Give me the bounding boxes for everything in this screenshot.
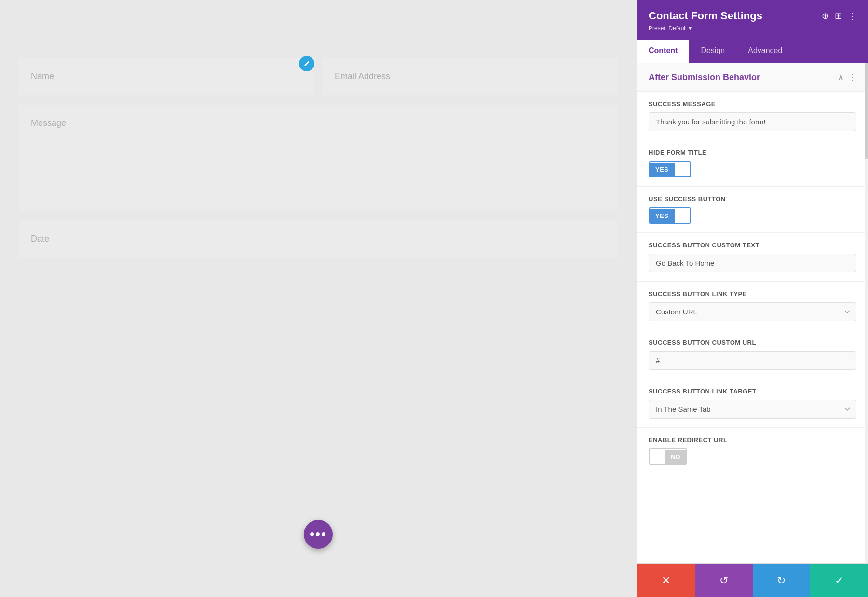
preset-label: Preset: Default: [649, 25, 687, 32]
save-icon: ✓: [835, 574, 843, 587]
toggle-yes-label: YES: [650, 163, 675, 176]
undo-button[interactable]: ↺: [695, 564, 753, 597]
save-button[interactable]: ✓: [810, 564, 868, 597]
email-field[interactable]: Email Address: [323, 58, 617, 95]
success-button-url-input[interactable]: [649, 351, 856, 370]
panel-content: After Submission Behavior ∧ ⋮ Success Me…: [637, 63, 868, 563]
success-button-url-group: Success Button Custom URL: [637, 330, 868, 379]
scrollbar-track: [865, 63, 868, 563]
canvas-area: Name Email Address Message Date •••: [0, 0, 637, 597]
message-field[interactable]: Message: [19, 105, 617, 211]
use-success-button-group: Use Success Button YES: [637, 187, 868, 233]
success-button-link-type-group: Success Button Link Type Custom URL Inte…: [637, 282, 868, 330]
more-icon[interactable]: ⋮: [848, 11, 856, 21]
hide-form-title-toggle[interactable]: YES: [649, 161, 691, 177]
panel-title: Contact Form Settings: [649, 10, 762, 22]
success-button-text-input[interactable]: [649, 254, 856, 272]
use-success-button-label: Use Success Button: [649, 195, 856, 203]
success-message-group: Success Message: [637, 92, 868, 140]
settings-panel: Contact Form Settings ⊕ ⊞ ⋮ Preset: Defa…: [637, 0, 868, 597]
edit-icon: [303, 60, 311, 68]
fab-dots: •••: [310, 528, 326, 541]
scrollbar-thumb[interactable]: [865, 63, 868, 159]
success-button-link-type-select[interactable]: Custom URL Internal Page Phone Number Em…: [649, 302, 856, 321]
form-row-2: Message: [19, 105, 617, 211]
edit-indicator[interactable]: [299, 56, 314, 71]
success-toggle-thumb: [675, 208, 690, 223]
redirect-toggle[interactable]: NO: [649, 448, 687, 465]
section-header: After Submission Behavior ∧ ⋮: [637, 63, 868, 92]
section-controls: ∧ ⋮: [838, 72, 856, 82]
panel-header-top: Contact Form Settings ⊕ ⊞ ⋮: [649, 10, 856, 22]
collapse-icon[interactable]: ∧: [838, 72, 844, 82]
use-success-button-toggle[interactable]: YES: [649, 207, 691, 224]
hide-form-title-label: Hide Form Title: [649, 149, 856, 156]
success-button-link-type-label: Success Button Link Type: [649, 290, 856, 298]
form-row-1: Name Email Address: [19, 58, 617, 95]
hide-form-title-group: Hide Form Title YES: [637, 140, 868, 187]
fab-button[interactable]: •••: [304, 520, 333, 549]
date-field[interactable]: Date: [19, 220, 617, 258]
section-more-icon[interactable]: ⋮: [848, 72, 856, 82]
panel-preset[interactable]: Preset: Default ▾: [649, 25, 856, 32]
undo-icon: ↺: [719, 574, 728, 587]
tab-design[interactable]: Design: [689, 40, 736, 63]
success-button-url-label: Success Button Custom URL: [649, 339, 856, 346]
panel-toolbar: ✕ ↺ ↻ ✓: [637, 563, 868, 597]
tab-content[interactable]: Content: [637, 40, 689, 63]
tab-advanced[interactable]: Advanced: [736, 40, 794, 63]
redirect-toggle-no-label: NO: [665, 450, 686, 464]
target-icon[interactable]: ⊕: [822, 11, 829, 21]
panel-tabs: Content Design Advanced: [637, 40, 868, 63]
panel-header: Contact Form Settings ⊕ ⊞ ⋮ Preset: Defa…: [637, 0, 868, 40]
success-button-text-label: Success Button Custom Text: [649, 242, 856, 249]
cancel-button[interactable]: ✕: [637, 564, 695, 597]
toggle-thumb: [675, 162, 690, 176]
redo-button[interactable]: ↻: [753, 564, 811, 597]
success-message-label: Success Message: [649, 100, 856, 108]
name-field[interactable]: Name: [19, 58, 313, 95]
redo-icon: ↻: [777, 574, 786, 587]
enable-redirect-group: Enable Redirect URL NO: [637, 428, 868, 474]
grid-icon[interactable]: ⊞: [835, 11, 842, 21]
success-toggle-yes-label: YES: [650, 209, 675, 223]
success-button-target-group: Success Button Link Target In The Same T…: [637, 379, 868, 428]
success-message-input[interactable]: [649, 112, 856, 131]
redirect-toggle-thumb: [650, 449, 665, 464]
preset-arrow: ▾: [689, 25, 692, 32]
cancel-icon: ✕: [662, 574, 670, 587]
panel-header-icons: ⊕ ⊞ ⋮: [822, 11, 856, 21]
enable-redirect-label: Enable Redirect URL: [649, 436, 856, 444]
form-row-3: Date: [19, 220, 617, 258]
success-button-target-select[interactable]: In The Same Tab In The New Tab: [649, 400, 856, 419]
success-button-target-label: Success Button Link Target: [649, 388, 856, 395]
section-title: After Submission Behavior: [649, 72, 760, 82]
success-button-text-group: Success Button Custom Text: [637, 233, 868, 282]
panel-body: Success Message Hide Form Title YES Use …: [637, 92, 868, 474]
